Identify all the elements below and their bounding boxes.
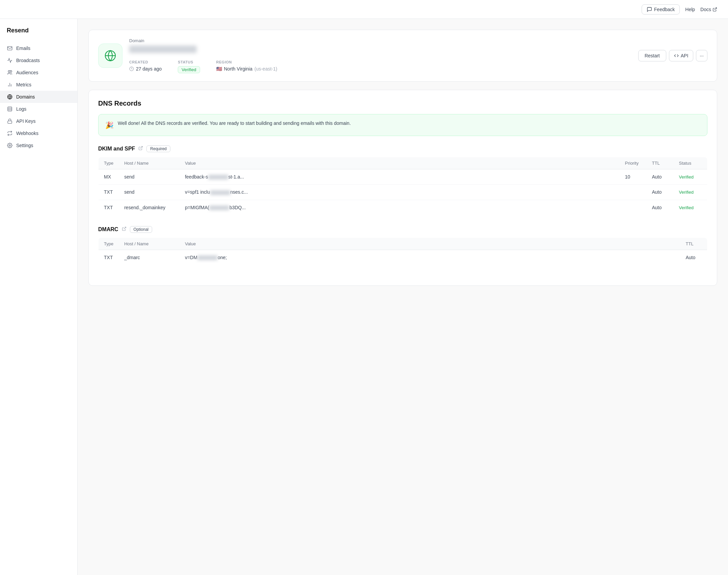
dmarc-external-link-icon[interactable] (122, 226, 127, 232)
metrics-icon (7, 82, 13, 88)
meta-region: REGION 🇺🇸 North Virginia (us-east-1) (216, 60, 277, 73)
cell-value: v=spf1 inclunses.c... (179, 185, 619, 200)
optional-badge: Optional (130, 226, 152, 233)
sidebar-label-webhooks: Webhooks (16, 131, 38, 136)
settings-icon (7, 142, 13, 148)
dns-title: DNS Records (98, 100, 707, 107)
dmarc-header: DMARC Optional (98, 226, 707, 233)
sidebar: Resend Emails Broadcasts Audiences Metri… (0, 19, 78, 575)
sidebar-label-metrics: Metrics (16, 82, 31, 87)
blurred-value (208, 175, 228, 180)
cell-priority (620, 200, 647, 215)
cell-ttl: Auto (647, 169, 674, 185)
cell-value: v=DMone; (179, 250, 680, 265)
dkim-spf-title: DKIM and SPF (98, 146, 135, 152)
dmarc-title: DMARC (98, 226, 118, 232)
dkim-spf-table: Type Host / Name Value Priority TTL Stat… (98, 157, 707, 215)
sidebar-label-broadcasts: Broadcasts (16, 58, 40, 63)
svg-point-13 (9, 145, 10, 146)
sidebar-item-domains[interactable]: Domains (0, 91, 77, 103)
sidebar-item-broadcasts[interactable]: Broadcasts (0, 54, 77, 66)
sidebar-item-logs[interactable]: Logs (0, 103, 77, 115)
api-button[interactable]: API (669, 50, 694, 61)
sidebar-item-api-keys[interactable]: API Keys (0, 115, 77, 127)
success-banner: 🎉 Well done! All the DNS records are ver… (98, 114, 707, 136)
domain-meta: CREATED 27 days ago STATUS Verified R (129, 60, 632, 73)
table-row: TXT send v=spf1 inclunses.c... Auto Veri… (99, 185, 707, 200)
col-header-type: Type (99, 157, 119, 169)
dmarc-col-value: Value (179, 238, 680, 250)
cell-status: Verified (674, 185, 707, 200)
svg-line-17 (140, 146, 142, 148)
cell-ttl: Auto (680, 250, 707, 265)
success-message: Well done! All the DNS records are verif… (118, 120, 351, 127)
dkim-external-link-icon[interactable] (138, 146, 143, 152)
dmarc-table: Type Host / Name Value TTL TXT _dmarc v=… (98, 238, 707, 265)
created-label: CREATED (129, 60, 162, 64)
email-icon (7, 45, 13, 51)
svg-rect-9 (8, 107, 12, 111)
cell-priority (620, 185, 647, 200)
sidebar-item-settings[interactable]: Settings (0, 139, 77, 152)
col-header-ttl: TTL (647, 157, 674, 169)
dns-records-card: DNS Records 🎉 Well done! All the DNS rec… (88, 90, 717, 286)
sidebar-label-domains: Domains (16, 94, 35, 100)
celebration-icon: 🎉 (105, 120, 114, 130)
domain-actions: Restart API ··· (638, 50, 707, 61)
svg-rect-1 (7, 47, 12, 50)
sidebar-label-settings: Settings (16, 143, 33, 148)
col-header-host: Host / Name (119, 157, 179, 169)
help-link[interactable]: Help (685, 7, 695, 12)
region-flag: 🇺🇸 (216, 66, 222, 72)
feedback-icon (647, 7, 652, 12)
cell-host: send (119, 169, 179, 185)
domain-header: Domain CREATED 27 days ago STATUS (88, 30, 717, 82)
status-value: Verified (178, 66, 200, 73)
status-badge: Verified (178, 66, 200, 73)
col-header-status: Status (674, 157, 707, 169)
dmarc-col-ttl: TTL (680, 238, 707, 250)
sidebar-item-webhooks[interactable]: Webhooks (0, 127, 77, 139)
domain-name-blurred (129, 46, 197, 53)
blurred-value (210, 190, 230, 195)
svg-rect-12 (8, 121, 12, 123)
logs-icon (7, 106, 13, 112)
region-code: (us-east-1) (254, 66, 277, 72)
status-label: STATUS (178, 60, 200, 64)
sidebar-item-metrics[interactable]: Metrics (0, 79, 77, 91)
sidebar-item-audiences[interactable]: Audiences (0, 66, 77, 79)
cell-host: _dmarc (119, 250, 179, 265)
topbar: Feedback Help Docs (0, 0, 728, 19)
region-label: REGION (216, 60, 277, 64)
cell-status: Verified (674, 200, 707, 215)
globe-icon (104, 50, 116, 62)
meta-created: CREATED 27 days ago (129, 60, 162, 73)
table-row: MX send feedback-sst-1.a... 10 Auto Veri… (99, 169, 707, 185)
region-name: North Virginia (224, 66, 253, 72)
main-content: Domain CREATED 27 days ago STATUS (78, 19, 728, 575)
domain-label: Domain (129, 38, 632, 43)
cell-host: send (119, 185, 179, 200)
docs-link[interactable]: Docs (700, 7, 717, 12)
dmarc-col-type: Type (99, 238, 119, 250)
audiences-icon (7, 70, 13, 76)
feedback-button[interactable]: Feedback (642, 4, 680, 15)
more-button[interactable]: ··· (696, 50, 707, 61)
created-value: 27 days ago (129, 66, 162, 72)
sidebar-label-emails: Emails (16, 46, 30, 51)
meta-status: STATUS Verified (178, 60, 200, 73)
domain-info: Domain CREATED 27 days ago STATUS (129, 38, 632, 73)
sidebar-label-api-keys: API Keys (16, 118, 36, 124)
restart-button[interactable]: Restart (638, 50, 666, 61)
broadcasts-icon (7, 57, 13, 63)
blurred-value (209, 206, 229, 210)
required-badge: Required (146, 145, 170, 152)
sidebar-label-audiences: Audiences (16, 70, 38, 75)
cell-type: TXT (99, 250, 119, 265)
dkim-spf-header: DKIM and SPF Required (98, 145, 707, 152)
sidebar-item-emails[interactable]: Emails (0, 42, 77, 54)
svg-point-2 (8, 71, 10, 72)
cell-host: resend._domainkey (119, 200, 179, 215)
cell-type: TXT (99, 200, 119, 215)
col-header-value: Value (179, 157, 619, 169)
